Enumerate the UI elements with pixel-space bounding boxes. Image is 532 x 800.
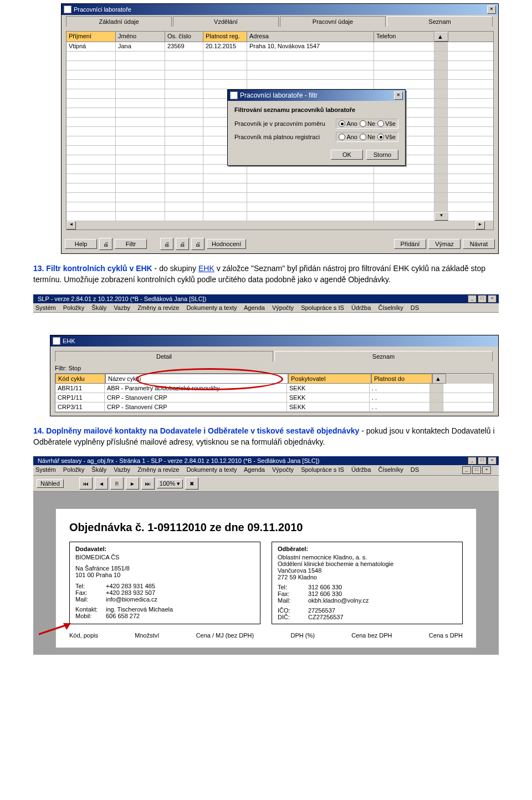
maximize-icon[interactable]: □ bbox=[472, 466, 481, 474]
col-cislo[interactable]: Os. číslo bbox=[165, 32, 203, 42]
menu-ciselniky[interactable]: Číselníky bbox=[378, 304, 403, 311]
tab-seznam[interactable]: Seznam bbox=[274, 351, 493, 361]
scroll-left-icon[interactable]: ◄ bbox=[66, 221, 76, 230]
menu-ds[interactable]: DS bbox=[411, 304, 419, 311]
hodnoceni-button[interactable]: Hodnocení bbox=[207, 239, 246, 249]
designer-title: Návrhář sestavy - ag_obj.frx - Stránka 1… bbox=[38, 457, 320, 464]
menu-vazby[interactable]: Vazby bbox=[114, 304, 130, 311]
radio-ne[interactable]: Ne bbox=[360, 120, 375, 127]
grid-header: Příjmení Jméno Os. číslo Platnost reg. A… bbox=[66, 32, 493, 42]
print-icon[interactable]: 🖨 bbox=[99, 238, 112, 250]
table-row[interactable]: Vtipná Jana 23569 20.12.2015 Praha 10, N… bbox=[66, 42, 493, 52]
menu-skaly[interactable]: Škály bbox=[91, 304, 106, 311]
close-icon[interactable]: × bbox=[488, 295, 497, 303]
paragraph-13: 13. Filtr kontrolních cyklů v EHK - do s… bbox=[33, 263, 499, 286]
maximize-icon[interactable]: □ bbox=[478, 457, 487, 465]
table-row bbox=[66, 70, 493, 80]
nahled-button[interactable]: Náhled bbox=[37, 479, 64, 488]
paragraph-14: 14. Doplněny mailové kontakty na Dodavat… bbox=[33, 425, 499, 448]
first-page-icon[interactable]: ⏮ bbox=[79, 477, 93, 490]
bottom-toolbar: Help 🖨 Filtr 🖨 🖨 🖨 Hodnocení Přidání Vým… bbox=[62, 235, 498, 253]
ehk-grid-header: Kód cyklu Název cyklu Poskytovatel Platn… bbox=[55, 374, 493, 384]
menu-spoluprace[interactable]: Spolupráce s IS bbox=[301, 304, 344, 311]
menu-system[interactable]: Systém bbox=[35, 304, 56, 311]
scroll-down-icon[interactable]: ▼ bbox=[434, 212, 448, 221]
close-icon[interactable]: × bbox=[394, 91, 403, 100]
col-platnost[interactable]: Platnost do bbox=[371, 374, 432, 384]
tab-seznam[interactable]: Seznam bbox=[387, 16, 493, 27]
slp-title: SLP - verze 2.84.01 z 10.12.2010 (*B - S… bbox=[38, 295, 206, 302]
col-platnost[interactable]: Platnost reg. bbox=[203, 32, 247, 42]
minimize-icon[interactable]: _ bbox=[468, 295, 477, 303]
close-icon[interactable]: × bbox=[488, 457, 497, 465]
print-icon[interactable]: 🖨 bbox=[176, 238, 189, 250]
radio-ne[interactable]: Ne bbox=[360, 134, 375, 140]
zoom-select[interactable]: 100% ▾ bbox=[157, 479, 183, 488]
vymaz-button[interactable]: Výmaz bbox=[428, 239, 461, 249]
menu-zmeny[interactable]: Změny a revize bbox=[137, 304, 179, 311]
menu-polozky[interactable]: Položky bbox=[63, 304, 85, 311]
filtr-button[interactable]: Filtr bbox=[115, 239, 147, 249]
radio-vse[interactable]: Vše bbox=[377, 134, 396, 140]
scroll-up-icon[interactable]: ▲ bbox=[432, 374, 446, 384]
menu-dokumenty[interactable]: Dokumenty a texty bbox=[186, 304, 237, 311]
table-row[interactable]: ABR1/11ABR - Parametry acidobazické rovn… bbox=[55, 384, 493, 393]
last-page-icon[interactable]: ⏭ bbox=[141, 477, 155, 490]
main-menubar: Systém Položky Škály Vazby Změny a reviz… bbox=[33, 465, 499, 476]
col-kod[interactable]: Kód cyklu bbox=[55, 374, 105, 384]
radio-vse[interactable]: Vše bbox=[377, 120, 396, 127]
minimize-icon[interactable]: _ bbox=[468, 457, 477, 465]
navrat-button[interactable]: Návrat bbox=[463, 239, 495, 249]
dialog-title: Pracovníci laboratoře - filtr bbox=[240, 91, 318, 99]
scroll-right-icon[interactable]: ► bbox=[475, 221, 485, 230]
report-stage: Objednávka č. 1-09112010 ze dne 09.11.20… bbox=[33, 492, 499, 655]
radio-ano[interactable]: Ano bbox=[339, 120, 357, 127]
col-nazev[interactable]: Název cyklu bbox=[105, 374, 288, 384]
col-jmeno[interactable]: Jméno bbox=[116, 32, 165, 42]
pridani-button[interactable]: Přidání bbox=[394, 239, 426, 249]
dialog-titlebar[interactable]: Pracovníci laboratoře - filtr × bbox=[228, 90, 405, 101]
titlebar[interactable]: Pracovníci laboratoře × bbox=[62, 4, 498, 15]
menu-udrzba[interactable]: Údržba bbox=[351, 304, 371, 311]
close-icon[interactable]: × bbox=[487, 6, 496, 14]
close-icon[interactable]: × bbox=[482, 466, 491, 474]
main-menubar: Systém Položky Škály Vazby Změny a reviz… bbox=[33, 303, 499, 313]
registration-label: Pracovník má platnou registraci bbox=[234, 134, 332, 140]
menu-vypocty[interactable]: Výpočty bbox=[272, 304, 294, 311]
minimize-icon[interactable]: _ bbox=[462, 466, 471, 474]
col-poskytovatel[interactable]: Poskytovatel bbox=[288, 374, 371, 384]
help-button[interactable]: Help bbox=[65, 239, 97, 249]
employment-radio-group: Ano Ne Vše bbox=[336, 119, 398, 129]
col-prijmeni[interactable]: Příjmení bbox=[66, 32, 116, 42]
ok-button[interactable]: OK bbox=[331, 150, 363, 160]
tab-detail[interactable]: Detail bbox=[55, 351, 273, 361]
registration-radio-group: Ano Ne Vše bbox=[336, 132, 398, 142]
next-page-icon[interactable]: ► bbox=[126, 477, 139, 490]
table-row bbox=[66, 202, 493, 212]
tab-zakladni[interactable]: Základní údaje bbox=[66, 16, 172, 27]
prev-page-icon[interactable]: ◄ bbox=[95, 477, 108, 490]
tab-vzdelani[interactable]: Vzdělání bbox=[173, 16, 279, 27]
close-preview-icon[interactable]: ✖ bbox=[185, 477, 198, 490]
table-row[interactable]: CRP3/11CRP - Stanovení CRPSEKK. . bbox=[55, 402, 493, 412]
preview-toolbar: Náhled ⏮ ◄ ⎘ ► ⏭ 100% ▾ ✖ bbox=[33, 476, 499, 492]
annotation-arrow bbox=[38, 622, 71, 635]
report-page: Objednávka č. 1-09112010 ze dne 09.11.20… bbox=[55, 508, 477, 648]
scroll-up-icon[interactable]: ▲ bbox=[434, 32, 448, 42]
customer-box: Odběratel: Oblastní nemocnice Kladno, a.… bbox=[272, 542, 463, 624]
ehk-titlebar[interactable]: EHK bbox=[50, 335, 498, 347]
radio-ano[interactable]: Ano bbox=[339, 134, 357, 140]
col-adresa[interactable]: Adresa bbox=[247, 32, 374, 42]
col-telefon[interactable]: Telefon bbox=[374, 32, 434, 42]
menu-agenda[interactable]: Agenda bbox=[244, 304, 265, 311]
filtr-label: Filtr: Stop bbox=[55, 365, 494, 371]
print-icon[interactable]: 🖨 bbox=[160, 238, 173, 250]
storno-button[interactable]: Storno bbox=[366, 150, 398, 160]
tab-pracovni[interactable]: Pracovní údaje bbox=[280, 16, 386, 27]
print-icon[interactable]: 🖨 bbox=[191, 238, 204, 250]
svg-line-0 bbox=[39, 625, 65, 634]
table-row[interactable]: CRP1/11CRP - Stanovení CRPSEKK. . bbox=[55, 393, 493, 402]
ehk-link[interactable]: EHK bbox=[198, 264, 214, 273]
maximize-icon[interactable]: □ bbox=[478, 295, 487, 303]
goto-icon[interactable]: ⎘ bbox=[110, 477, 124, 490]
